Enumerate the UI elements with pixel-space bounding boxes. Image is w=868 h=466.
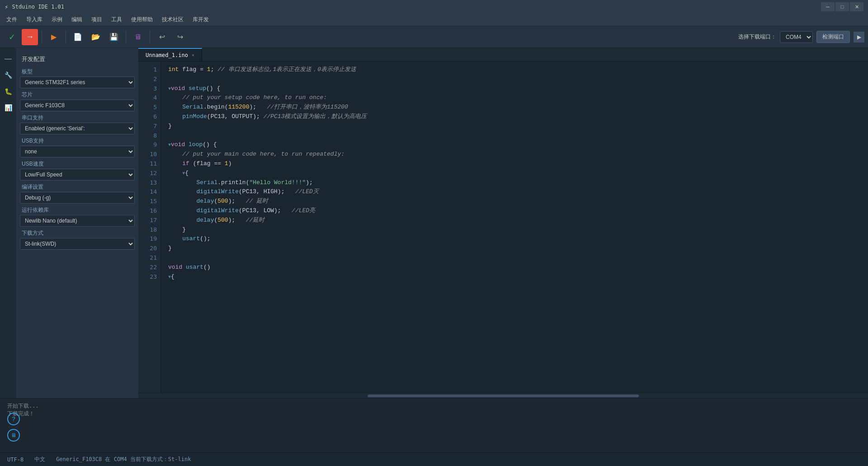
- port-label: 选择下载端口：: [738, 33, 776, 41]
- serial-monitor-button[interactable]: 🖥: [130, 29, 146, 45]
- menu-community[interactable]: 技术社区: [157, 14, 188, 25]
- sidebar-icon-panel: — 🔧 🐛 📊: [0, 48, 16, 452]
- code-content[interactable]: int flag = 1; // 串口发送标志位,1表示正在发送，0表示停止发送…: [161, 62, 868, 393]
- language-label: 中文: [34, 456, 45, 463]
- board-info-label: Generic_F103C8 在 COM4 当前下载方式：St-link: [56, 456, 191, 463]
- serial-icon-button[interactable]: 🖥: [7, 429, 20, 442]
- tab-filename: Unnamed_1.ino: [146, 52, 188, 58]
- chip-label: 芯片: [20, 88, 135, 100]
- runtime-lib-label: 运行依赖库: [20, 204, 135, 215]
- output-area: 开始下载... 下载完成！ ? 🖥: [0, 398, 868, 452]
- port-select[interactable]: COM4 COM1 COM2 COM3 COM5: [780, 31, 813, 43]
- usb-speed-select[interactable]: Low/Full Speed: [20, 169, 135, 181]
- titlebar: ⚡ Stduino IDE 1.01 ─ □ ✕: [0, 0, 868, 14]
- debug-button[interactable]: ▶: [46, 29, 62, 45]
- close-button[interactable]: ✕: [850, 2, 863, 11]
- output-line-2: 下载完成！: [7, 410, 861, 418]
- title-text: Stduino IDE 1.01: [12, 4, 821, 10]
- compile-settings-select[interactable]: Debug (-g): [20, 192, 135, 204]
- menu-project[interactable]: 项目: [87, 14, 107, 25]
- window-controls: ─ □ ✕: [821, 2, 863, 11]
- menubar: 文件 导入库 示例 编辑 项目 工具 使用帮助 技术社区 库开发: [0, 14, 868, 26]
- menu-lib-dev[interactable]: 库开发: [188, 14, 213, 25]
- maximize-button[interactable]: □: [835, 2, 849, 11]
- save-button[interactable]: 💾: [106, 29, 122, 45]
- upload-button[interactable]: →: [22, 29, 38, 45]
- board-select[interactable]: Generic STM32F1 series: [20, 76, 135, 88]
- redo-button[interactable]: ↪: [172, 29, 188, 45]
- output-line-1: 开始下载...: [7, 402, 861, 410]
- verify-button[interactable]: ✓: [4, 29, 20, 45]
- compile-settings-label: 编译设置: [20, 181, 135, 192]
- download-method-select[interactable]: St-link(SWD): [20, 238, 135, 250]
- port-area: 选择下载端口： COM4 COM1 COM2 COM3 COM5 检测端口 ▶: [738, 31, 864, 43]
- toolbar-separator-2: [66, 31, 66, 43]
- code-editor[interactable]: 1 2 3 4 5 6 7 8 9 10 11 12 13 14 15 16 1…: [138, 62, 868, 393]
- serial-support-label: 串口支持: [20, 111, 135, 123]
- encoding-label: UTF-8: [7, 456, 24, 463]
- runtime-lib-select[interactable]: Newlib Nano (default): [20, 215, 135, 227]
- editor-area: Unnamed_1.ino ✕ 1 2 3 4 5 6 7 8 9 10 11 …: [138, 48, 868, 398]
- menu-help[interactable]: 使用帮助: [127, 14, 157, 25]
- menu-examples[interactable]: 示例: [47, 14, 67, 25]
- open-button[interactable]: 📂: [88, 29, 104, 45]
- line-numbers: 1 2 3 4 5 6 7 8 9 10 11 12 13 14 15 16 1…: [138, 62, 161, 393]
- language-status: 中文: [34, 456, 45, 463]
- toolbar-separator-4: [150, 31, 150, 43]
- config-panel: 开发配置 板型 Generic STM32F1 series 芯片 Generi…: [16, 48, 138, 452]
- menu-file[interactable]: 文件: [2, 14, 22, 25]
- usb-speed-label: USB速度: [20, 157, 135, 169]
- download-method-label: 下载方式: [20, 227, 135, 238]
- expand-button[interactable]: ▶: [854, 32, 864, 43]
- horizontal-scrollbar[interactable]: [138, 393, 868, 398]
- sidebar-config-icon[interactable]: —: [1, 52, 15, 66]
- new-button[interactable]: 📄: [70, 29, 86, 45]
- toolbar: ✓ → ▶ 📄 📂 💾 🖥 ↩ ↪ 选择下载端口： COM4 COM1 COM2…: [0, 26, 868, 48]
- help-button[interactable]: ?: [7, 413, 20, 425]
- usb-support-label: USB支持: [20, 134, 135, 146]
- dev-config-title: 开发配置: [20, 52, 135, 65]
- statusbar: UTF-8 中文 Generic_F103C8 在 COM4 当前下载方式：St…: [0, 452, 868, 466]
- tab-bar: Unnamed_1.ino ✕: [138, 48, 868, 62]
- board-info-status: Generic_F103C8 在 COM4 当前下载方式：St-link: [56, 456, 191, 463]
- menu-tools[interactable]: 工具: [107, 14, 127, 25]
- toolbar-separator-3: [126, 31, 126, 43]
- toolbar-separator-1: [42, 31, 42, 43]
- sidebar-debug-icon[interactable]: 🐛: [1, 84, 15, 99]
- active-tab[interactable]: Unnamed_1.ino ✕: [138, 48, 202, 61]
- sidebar-chart-icon[interactable]: 📊: [1, 100, 15, 115]
- board-label: 板型: [20, 65, 135, 76]
- chip-select[interactable]: Generic F103C8: [20, 100, 135, 111]
- usb-support-select[interactable]: none: [20, 146, 135, 157]
- encoding-status: UTF-8: [7, 456, 24, 463]
- menu-import-lib[interactable]: 导入库: [22, 14, 47, 25]
- title-icon: ⚡: [5, 3, 8, 10]
- serial-support-select[interactable]: Enabled (generic 'Serial':: [20, 123, 135, 134]
- menu-edit[interactable]: 编辑: [67, 14, 87, 25]
- undo-button[interactable]: ↩: [154, 29, 170, 45]
- detect-port-button[interactable]: 检测端口: [816, 31, 850, 43]
- sidebar-board-icon[interactable]: 🔧: [1, 68, 15, 82]
- tab-close-icon[interactable]: ✕: [192, 52, 194, 57]
- scrollbar-thumb-h[interactable]: [368, 395, 639, 397]
- minimize-button[interactable]: ─: [821, 2, 835, 11]
